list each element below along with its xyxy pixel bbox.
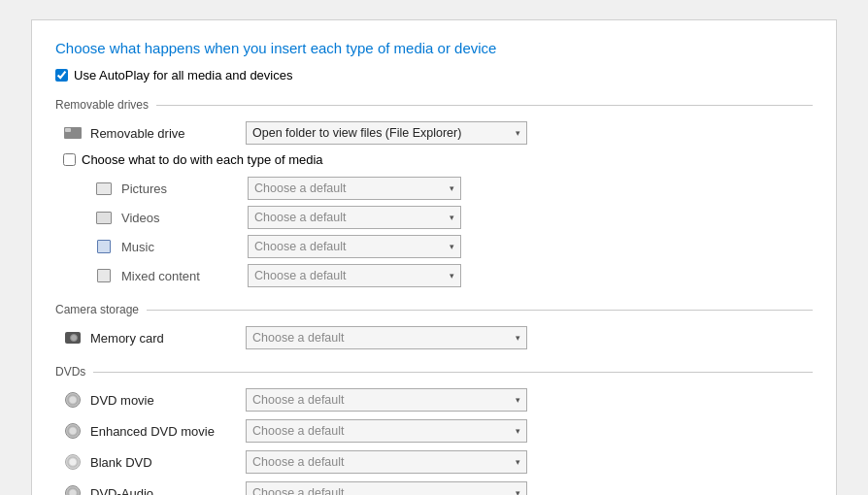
music-value: Choose a default [254, 240, 347, 253]
dvd-movie-dropdown[interactable]: Choose a default ▾ [246, 388, 527, 412]
dvd-movie-row: DVD movie Choose a default ▾ [55, 388, 813, 412]
pictures-label: Pictures [121, 182, 248, 196]
removable-drive-row: Removable drive Open folder to view file… [55, 121, 813, 145]
autoplay-label: Use AutoPlay for all media and devices [74, 68, 292, 82]
enhanced-dvd-dropdown[interactable]: Choose a default ▾ [246, 419, 527, 443]
settings-panel: Choose what happens when you insert each… [31, 19, 837, 495]
dvd-audio-label: DVD-Audio [90, 486, 246, 496]
removable-drives-section: Removable drives Removable drive Open fo… [55, 98, 813, 287]
dropdown-arrow-icon: ▾ [450, 213, 454, 222]
dvd-audio-dropdown[interactable]: Choose a default ▾ [246, 481, 527, 495]
music-icon [94, 239, 114, 254]
section-label-removable: Removable drives [55, 98, 156, 112]
camera-icon [63, 330, 83, 346]
videos-dropdown[interactable]: Choose a default ▾ [248, 206, 461, 229]
page-title: Choose what happens when you insert each… [55, 40, 813, 56]
media-checkbox-label: Choose what to do with each type of medi… [82, 152, 323, 167]
dropdown-arrow-icon: ▾ [516, 457, 520, 467]
dropdown-arrow-icon: ▾ [450, 271, 454, 280]
section-label-dvds: DVDs [55, 365, 93, 379]
blank-dvd-value: Choose a default [252, 455, 345, 469]
mixed-icon [94, 268, 114, 283]
media-items-list: Pictures Choose a default ▾ Videos Choos… [55, 177, 813, 287]
dropdown-arrow-icon: ▾ [516, 488, 520, 495]
enhanced-dvd-label: Enhanced DVD movie [90, 424, 246, 439]
drive-icon [63, 125, 83, 141]
media-checkbox-row: Choose what to do with each type of medi… [55, 152, 813, 167]
memory-card-dropdown[interactable]: Choose a default ▾ [246, 326, 527, 349]
removable-drive-value: Open folder to view files (File Explorer… [252, 126, 461, 140]
removable-drive-dropdown[interactable]: Open folder to view files (File Explorer… [246, 121, 527, 145]
dropdown-arrow-icon: ▾ [450, 183, 454, 193]
mixed-dropdown[interactable]: Choose a default ▾ [248, 264, 461, 287]
dvd-audio-value: Choose a default [252, 486, 345, 495]
dropdown-arrow-icon: ▾ [450, 242, 454, 251]
dvd-movie-label: DVD movie [90, 393, 246, 408]
camera-storage-section: Camera storage Memory card Choose a defa… [55, 303, 813, 349]
memory-card-label: Memory card [90, 331, 246, 346]
section-line-camera [147, 310, 813, 311]
pictures-value: Choose a default [254, 182, 347, 195]
list-item: Mixed content Choose a default ▾ [94, 264, 813, 287]
videos-value: Choose a default [254, 211, 347, 224]
dvds-section: DVDs DVD movie Choose a default ▾ Enhanc… [55, 365, 813, 495]
music-label: Music [121, 240, 248, 254]
dvd-movie-value: Choose a default [252, 393, 345, 407]
section-header-dvds: DVDs [55, 365, 813, 379]
dropdown-arrow-icon: ▾ [516, 333, 520, 343]
enhanced-dvd-row: Enhanced DVD movie Choose a default ▾ [55, 419, 813, 443]
enhanced-dvd-value: Choose a default [252, 424, 345, 438]
mixed-value: Choose a default [254, 269, 347, 282]
music-dropdown[interactable]: Choose a default ▾ [248, 235, 461, 258]
list-item: Music Choose a default ▾ [94, 235, 813, 258]
video-icon [94, 210, 114, 225]
dropdown-arrow-icon: ▾ [516, 395, 520, 405]
section-header-removable: Removable drives [55, 98, 813, 112]
removable-drive-label: Removable drive [90, 126, 246, 141]
list-item: Pictures Choose a default ▾ [94, 177, 813, 200]
blank-dvd-dropdown[interactable]: Choose a default ▾ [246, 450, 527, 474]
pictures-dropdown[interactable]: Choose a default ▾ [248, 177, 461, 200]
section-line-dvds [93, 372, 813, 373]
blank-dvd-row: Blank DVD Choose a default ▾ [55, 450, 813, 474]
list-item: Videos Choose a default ▾ [94, 206, 813, 229]
picture-icon [94, 181, 114, 196]
blank-dvd-icon [63, 454, 83, 470]
section-header-camera: Camera storage [55, 303, 813, 316]
blank-dvd-label: Blank DVD [90, 455, 246, 470]
autoplay-row: Use AutoPlay for all media and devices [55, 68, 813, 82]
media-checkbox[interactable] [63, 153, 76, 166]
dvd-movie-icon [63, 392, 83, 408]
dvd-audio-icon [63, 485, 83, 495]
dropdown-arrow-icon: ▾ [516, 128, 520, 138]
enhanced-dvd-icon [63, 423, 83, 439]
dropdown-arrow-icon: ▾ [516, 426, 520, 436]
memory-card-value: Choose a default [252, 331, 345, 345]
section-label-camera: Camera storage [55, 303, 147, 316]
section-line-removable [156, 105, 813, 106]
memory-card-row: Memory card Choose a default ▾ [55, 326, 813, 349]
mixed-label: Mixed content [121, 269, 248, 283]
dvd-audio-row: DVD-Audio Choose a default ▾ [55, 481, 813, 495]
videos-label: Videos [121, 211, 248, 225]
autoplay-checkbox[interactable] [55, 69, 68, 82]
